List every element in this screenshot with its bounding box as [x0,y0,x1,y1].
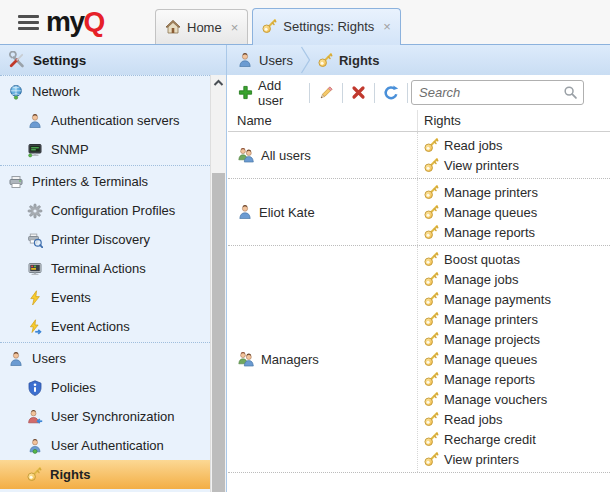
printer-icon [8,174,24,190]
tab-home[interactable]: Home× [155,9,248,44]
table-row[interactable]: Eliot KateManage printersManage queuesMa… [228,179,610,246]
right-label: Manage queues [444,205,537,220]
row-name-cell[interactable]: Managers [228,246,417,472]
right-label: Manage payments [444,292,551,307]
delete-icon [351,85,366,100]
edit-button[interactable] [313,83,339,103]
sidebar-item-rights[interactable]: Rights [0,460,210,489]
right-label: Manage vouchers [444,392,547,407]
right-item: Read jobs [424,409,610,429]
shield-icon [27,380,43,396]
user-icon [237,52,253,68]
settings-sidebar: NetworkAuthentication serversSNMPPrinter… [0,75,227,492]
scrollbar-thumb[interactable] [212,173,225,492]
sidebar-item-label: Policies [51,380,96,395]
key-icon [424,225,439,240]
sidebar-item-label: Event Actions [51,319,130,334]
right-item: Recharge credit [424,429,610,449]
column-header-rights[interactable]: Rights [417,110,610,131]
sidebar-item-terminal-actions[interactable]: Terminal Actions [0,254,210,283]
sidebar-item-snmp[interactable]: SNMP [0,135,210,164]
sidebar-item-printer-discovery[interactable]: Printer Discovery [0,225,210,254]
breadcrumb-label: Users [259,53,293,68]
toolbar: Add user [228,75,610,110]
key-icon [424,312,439,327]
sidebar-scrollbar[interactable] [210,75,226,492]
row-name-cell[interactable]: All users [228,132,417,178]
row-name-label: Managers [261,352,319,367]
breadcrumb: UsersRights [228,45,610,75]
right-item: View printers [424,155,610,175]
tab-settings-rights[interactable]: Settings: Rights× [252,8,401,45]
right-label: Manage printers [444,312,538,327]
close-icon[interactable]: × [231,21,239,34]
sidebar-item-event-actions[interactable]: Event Actions [0,312,210,341]
printer-search-icon [27,232,43,248]
refresh-button[interactable] [378,83,404,103]
tab-label: Home [187,20,222,35]
sidebar-item-label: Events [51,290,91,305]
row-name-cell[interactable]: Eliot Kate [228,179,417,245]
search-box[interactable] [411,80,584,105]
row-rights-cell: Manage printersManage queuesManage repor… [417,179,610,245]
right-item: Manage printers [424,309,610,329]
sidebar-item-user-authentication[interactable]: User Authentication [0,431,210,460]
table-row[interactable]: All usersRead jobsView printers [228,132,610,179]
user-icon [27,113,43,129]
sidebar-item-network[interactable]: Network [0,77,210,106]
key-icon [424,185,439,200]
breadcrumb-item-rights[interactable]: Rights [318,53,379,68]
delete-button[interactable] [346,83,371,102]
right-label: Manage jobs [444,272,518,287]
sidebar-item-events[interactable]: Events [0,283,210,312]
group-icon [237,147,255,163]
right-item: Manage payments [424,289,610,309]
sidebar-item-authentication-servers[interactable]: Authentication servers [0,106,210,135]
right-label: Read jobs [444,138,503,153]
sidebar-item-configuration-profiles[interactable]: Configuration Profiles [0,196,210,225]
row-rights-cell: Boost quotasManage jobsManage paymentsMa… [417,246,610,472]
search-input[interactable] [417,84,563,101]
sidebar-item-label: Users [32,351,66,366]
sidebar-item-label: Terminal Actions [51,261,146,276]
sidebar-item-label: User Synchronization [51,409,175,424]
row-name-label: Eliot Kate [259,205,315,220]
logo-text-q: Q [83,6,103,37]
right-label: Manage reports [444,225,535,240]
sidebar-item-policies[interactable]: Policies [0,373,210,402]
plus-icon [238,85,253,100]
close-icon[interactable]: × [383,20,391,33]
brand: myQ [18,8,104,36]
right-item: Manage queues [424,349,610,369]
right-label: Manage reports [444,372,535,387]
bolt-icon [27,290,43,306]
logo-text-my: my [46,6,83,37]
breadcrumb-separator-icon [300,46,311,74]
right-item: Manage projects [424,329,610,349]
sidebar-item-printers-terminals[interactable]: Printers & Terminals [0,167,210,196]
key-icon [262,19,277,34]
pencil-icon [318,85,334,101]
key-icon [424,138,439,153]
column-header-name[interactable]: Name [228,110,417,131]
key-icon [424,412,439,427]
scroll-up-icon[interactable] [211,75,226,91]
key-icon [424,432,439,447]
right-label: Boost quotas [444,252,520,267]
user-icon [8,351,24,367]
sidebar-item-user-synchronization[interactable]: User Synchronization [0,402,210,431]
toolbar-separator [309,83,310,103]
hamburger-menu-icon[interactable] [18,15,39,30]
right-label: Manage projects [444,332,540,347]
key-icon [424,158,439,173]
key-icon [424,272,439,287]
sidebar-item-users[interactable]: Users [0,344,210,373]
search-icon[interactable] [563,85,578,100]
add-user-button[interactable]: Add user [233,76,306,110]
breadcrumb-item-users[interactable]: Users [237,52,293,68]
right-label: Manage queues [444,352,537,367]
top-bar: myQ Home×Settings: Rights× [0,0,610,44]
table-row[interactable]: ManagersBoost quotasManage jobsManage pa… [228,246,610,473]
right-item: View printers [424,449,610,469]
toolbar-separator [374,83,375,103]
